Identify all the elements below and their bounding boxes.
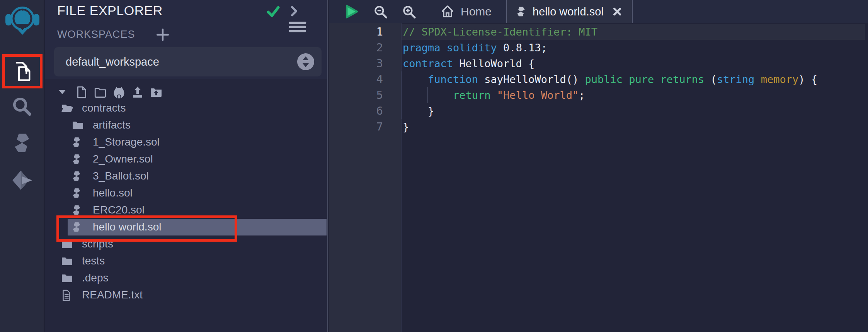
annotation-box-file-explorer [2, 54, 43, 88]
tree-item-label: tests [82, 255, 105, 267]
tree-item-label: ERC20.sol [93, 204, 145, 216]
new-file-icon[interactable] [75, 86, 88, 99]
add-workspace-icon[interactable] [155, 27, 170, 42]
file-explorer-panel: FILE EXPLORER WORKSPACES default_workspa… [45, 0, 328, 332]
explorer-toolbar [45, 84, 327, 101]
panel-title: FILE EXPLORER [57, 3, 163, 18]
workspace-name: default_workspace [66, 56, 159, 68]
editor-tabbar: Home hello world.sol [329, 0, 868, 23]
tab-home[interactable]: Home [431, 0, 501, 23]
upload-folder-icon[interactable] [149, 86, 163, 98]
tab-home-label: Home [461, 5, 492, 18]
code-editor[interactable]: 1// SPDX-License-Identifier: MIT2pragma … [329, 23, 868, 332]
tree-item-artifacts[interactable]: artifacts [45, 117, 327, 134]
close-icon[interactable] [611, 6, 623, 17]
code-line: function sayHelloWorld() public pure ret… [403, 71, 817, 87]
file-tree: contractsartifacts1_Storage.sol2_Owner.s… [45, 100, 327, 303]
upload-file-icon[interactable] [131, 86, 145, 99]
line-number: 2 [329, 40, 401, 56]
tree-item-hello-sol[interactable]: hello.sol [45, 185, 327, 202]
home-icon [440, 4, 455, 19]
folder-icon [60, 272, 73, 285]
editor-area: Home hello world.sol 1// SPDX-License-Id… [329, 0, 868, 332]
tab-active-label: hello world.sol [533, 5, 604, 18]
tree-item-label: README.txt [82, 289, 143, 301]
zoom-in-icon[interactable] [402, 5, 417, 19]
sort-arrows-icon[interactable] [297, 53, 315, 71]
code-line: } [403, 103, 434, 119]
tree-item-label: artifacts [93, 119, 131, 131]
tree-item-label: hello.sol [93, 187, 133, 199]
solidity-icon [71, 136, 82, 148]
deploy-and-run-icon[interactable] [11, 169, 33, 191]
tree-item-contracts[interactable]: contracts [45, 100, 327, 117]
solidity-file-icon [516, 5, 526, 18]
solidity-icon [71, 204, 82, 216]
new-folder-icon[interactable] [94, 86, 107, 99]
tree-item-label: 2_Owner.sol [93, 153, 153, 165]
tree-item-readme-txt[interactable]: README.txt [45, 286, 327, 303]
tree-item-3-ballot-sol[interactable]: 3_Ballot.sol [45, 168, 327, 185]
tree-item--deps[interactable]: .deps [45, 269, 327, 286]
activity-bar [0, 0, 44, 332]
solidity-compiler-icon[interactable] [12, 131, 32, 154]
run-script-icon[interactable] [344, 3, 359, 20]
search-icon[interactable] [11, 96, 33, 117]
zoom-out-icon[interactable] [373, 5, 388, 19]
code-line: contract HelloWorld { [403, 56, 534, 71]
caret-down-icon[interactable] [56, 86, 68, 98]
tree-item-2-owner-sol[interactable]: 2_Owner.sol [45, 151, 327, 168]
github-icon[interactable] [112, 86, 126, 100]
hamburger-menu-icon[interactable] [288, 20, 307, 34]
code-line: return "Hello World"; [403, 87, 585, 103]
tree-item-label: contracts [82, 102, 126, 114]
code-line: // SPDX-License-Identifier: MIT [403, 24, 597, 40]
code-line: pragma solidity 0.8.13; [403, 40, 547, 56]
line-number: 7 [329, 119, 401, 135]
solidity-icon [71, 170, 82, 182]
tree-item-label: 3_Ballot.sol [93, 170, 149, 182]
line-number: 1 [329, 24, 401, 40]
chevron-right-icon[interactable] [287, 5, 300, 18]
tree-item-tests[interactable]: tests [45, 252, 327, 269]
check-icon[interactable] [266, 4, 281, 19]
gutter-divider [401, 23, 402, 332]
workspace-selector[interactable]: default_workspace [54, 47, 322, 76]
solidity-icon [71, 187, 82, 199]
document-icon [60, 289, 72, 302]
remix-logo-icon[interactable] [5, 2, 40, 36]
code-line: } [403, 119, 409, 135]
line-number: 5 [329, 87, 401, 103]
folder-icon [60, 255, 73, 268]
solidity-icon [71, 153, 82, 165]
line-number: 4 [329, 71, 401, 87]
tree-item-label: .deps [82, 272, 109, 284]
tree-item-1-storage-sol[interactable]: 1_Storage.sol [45, 134, 327, 151]
folder-icon [71, 119, 84, 132]
tab-hello-world-sol[interactable]: hello world.sol [506, 0, 633, 23]
annotation-box-hello-world [56, 215, 237, 242]
folder-open-icon [60, 102, 74, 115]
workspaces-label: WORKSPACES [57, 29, 135, 41]
indent-guide [402, 71, 402, 119]
tree-item-label: 1_Storage.sol [93, 136, 160, 148]
line-number: 3 [329, 56, 401, 71]
line-number: 6 [329, 103, 401, 119]
